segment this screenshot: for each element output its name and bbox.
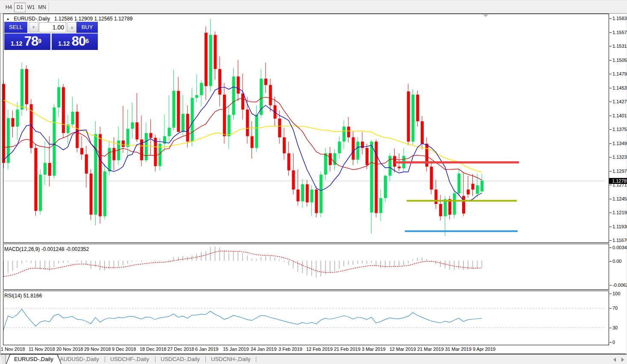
- date-axis-label: 15 Jan 2019: [223, 347, 249, 352]
- date-axis-label: 20 Nov 2018: [56, 347, 83, 352]
- axis-tick: [609, 227, 612, 227]
- rsi-axis-label: 0: [612, 340, 615, 345]
- axis-tick: [609, 240, 612, 241]
- axis-tick: [609, 342, 612, 343]
- date-axis-label: 11 Nov 2018: [29, 347, 55, 352]
- tab-eurusd-daily[interactable]: EURUSD-,Daily: [6, 354, 62, 364]
- date-axis-label: 9 Dec 2018: [112, 347, 136, 352]
- date-axis-label: 12 Feb 2019: [306, 347, 333, 352]
- date-axis-label: 27 Dec 2018: [167, 347, 194, 352]
- price-axis-label: 1.14010: [612, 113, 627, 118]
- tab-separator: [155, 356, 155, 362]
- axis-tick: [609, 171, 612, 172]
- chart-canvas[interactable]: [0, 0, 627, 364]
- price-axis-label: 1.14270: [612, 99, 627, 104]
- axis-tick: [609, 185, 612, 185]
- sell-price-big: 78: [24, 34, 38, 49]
- macd-axis-label: -0.006271: [612, 282, 627, 288]
- axis-tick: [609, 46, 612, 47]
- price-axis-label: 1.12970: [612, 169, 627, 174]
- volume-input[interactable]: [39, 22, 66, 32]
- axis-tick: [609, 18, 612, 19]
- one-click-trading-panel: SELL ▼ ▲ BUY 1.12 789 1.12 806: [4, 22, 98, 50]
- buy-price-big: 80: [72, 34, 85, 49]
- tab-usdcnh-daily[interactable]: USDCNH-,Daily: [211, 355, 250, 364]
- collapse-triangle-icon[interactable]: ▲: [6, 17, 10, 21]
- axis-tick: [609, 308, 612, 309]
- buy-price-sup: 6: [85, 38, 89, 44]
- mt4-terminal: { "toolbar": { "timeframes": [ {"label":…: [0, 0, 627, 364]
- current-price-tag: 1.12789: [609, 178, 627, 184]
- axis-tick: [609, 88, 612, 88]
- price-axis-label: 1.12190: [612, 210, 627, 215]
- tabs-scroll-right-icon[interactable]: [621, 358, 624, 362]
- price-axis-label: 1.11930: [612, 224, 627, 229]
- price-axis-label: 1.14530: [612, 85, 627, 90]
- axis-tick: [609, 60, 612, 61]
- rsi-label: RSI(14) 51.8166: [4, 293, 42, 299]
- tab-label: EURUSD-,Daily: [6, 355, 61, 364]
- sell-price-sup: 9: [38, 38, 41, 44]
- volume-increase-button[interactable]: ▲: [67, 22, 77, 32]
- axis-tick: [609, 248, 612, 248]
- axis-tick: [609, 294, 612, 294]
- volume-decrease-button[interactable]: ▼: [29, 22, 38, 32]
- chart-symbol-label: EURUSD-,Daily: [14, 16, 50, 22]
- date-axis-label: 3 Feb 2019: [278, 347, 302, 352]
- date-axis-label: 18 Dec 2018: [140, 347, 166, 352]
- tab-usdcad-daily[interactable]: USDCAD-,Daily: [161, 355, 200, 364]
- price-axis-label: 1.14790: [612, 71, 627, 76]
- price-axis-label: 1.13750: [612, 127, 627, 132]
- date-axis-label: 1 Nov 2018: [1, 347, 25, 352]
- tab-separator: [256, 356, 256, 362]
- date-axis-label: 3 Mar 2019: [362, 347, 386, 352]
- axis-tick: [609, 143, 612, 144]
- axis-tick: [609, 116, 612, 116]
- tabs-scroll-left-icon[interactable]: [613, 358, 616, 362]
- axis-tick: [609, 261, 612, 262]
- axis-tick: [609, 102, 612, 102]
- buy-button[interactable]: BUY: [76, 22, 98, 33]
- sell-price-quote[interactable]: 1.12 789: [4, 33, 50, 50]
- date-axis-label: 9 Apr 2019: [473, 347, 495, 352]
- date-axis-label: 21 Mar 2019: [417, 347, 444, 352]
- chart-title: ▲ EURUSD-,Daily 1.12586 1.12909 1.12565 …: [6, 16, 133, 22]
- tab-usdchf-daily[interactable]: USDCHF-,Daily: [110, 355, 149, 364]
- axis-tick: [609, 199, 612, 199]
- axis-tick: [609, 129, 612, 130]
- tab-separator: [205, 356, 206, 362]
- price-axis-label: 1.13490: [612, 141, 627, 146]
- axis-tick: [609, 213, 612, 213]
- date-axis-label: 6 Jan 2019: [195, 347, 218, 352]
- macd-axis-label: 0.00: [612, 259, 621, 264]
- macd-label: MACD(12,26,9) -0.001248 -0.002352: [4, 246, 89, 252]
- axis-tick: [609, 32, 612, 33]
- tab-audusd-daily[interactable]: AUDUSD-,Daily: [60, 355, 99, 364]
- price-axis-label: 1.15830: [612, 16, 627, 21]
- rsi-value: 51.8166: [23, 293, 42, 299]
- price-axis-label: 1.11670: [612, 238, 627, 243]
- axis-tick: [609, 157, 612, 157]
- price-axis-label: 1.12450: [612, 196, 627, 201]
- sell-button[interactable]: SELL: [4, 22, 27, 33]
- chart-tab-bar: EURUSD-,DailyAUDUSD-,DailyUSDCHF-,DailyU…: [0, 354, 627, 364]
- tab-scroll-stub[interactable]: [0, 355, 6, 364]
- axis-tick: [609, 74, 612, 74]
- rsi-axis-label: 100: [612, 291, 620, 296]
- date-axis-label: 31 Mar 2019: [445, 347, 472, 352]
- chart-ohlc-values: 1.12586 1.12909 1.12565 1.12789: [54, 16, 133, 22]
- macd-values: -0.001248 -0.002352: [41, 246, 89, 252]
- date-axis-label: 12 Mar 2019: [390, 347, 416, 352]
- axis-tick: [609, 328, 612, 328]
- buy-price-quote[interactable]: 1.12 806: [52, 33, 98, 50]
- macd-axis-label: 0.003412: [612, 245, 627, 250]
- date-axis-label: 29 Nov 2018: [84, 347, 111, 352]
- sell-price-small: 1.12: [11, 40, 22, 47]
- date-axis-label: 21 Feb 2019: [334, 347, 360, 352]
- price-axis-label: 1.15570: [612, 30, 627, 35]
- rsi-axis-label: 70: [612, 306, 618, 311]
- date-axis-label: 24 Jan 2019: [251, 347, 277, 352]
- price-axis-label: 1.13230: [612, 154, 627, 160]
- price-axis-label: 1.15050: [612, 58, 627, 63]
- axis-tick: [609, 285, 612, 285]
